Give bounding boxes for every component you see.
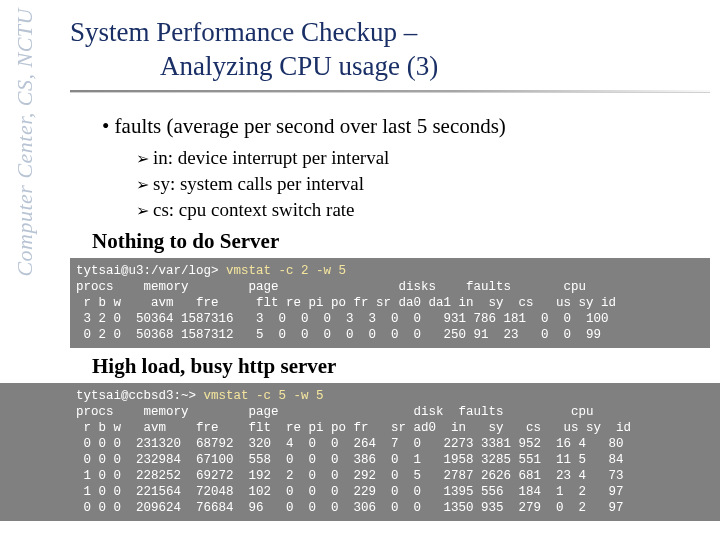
subbullet-in: in: device interrupt per interval xyxy=(136,147,710,169)
slide: Computer Center, CS, NCTU 7 System Perfo… xyxy=(0,0,720,540)
slide-content: System Performance Checkup – Analyzing C… xyxy=(70,16,710,521)
slide-title: System Performance Checkup – Analyzing C… xyxy=(70,16,710,84)
subbullet-cs: cs: cpu context switch rate xyxy=(136,199,710,221)
term1-prompt: tytsai@u3:/var/log> xyxy=(76,264,226,278)
title-underline xyxy=(70,90,710,92)
bullet-faults: faults (average per second over last 5 s… xyxy=(102,114,710,139)
section2-heading: High load, busy http server xyxy=(92,354,710,379)
sidebar-org-text: Computer Center, CS, NCTU xyxy=(12,8,38,277)
term1-output: procs memory page disks faults cpu r b w… xyxy=(76,280,616,342)
term2-output: procs memory page disk faults cpu r b w … xyxy=(76,405,631,515)
subbullet-sy: sy: system calls per interval xyxy=(136,173,710,195)
term2-prompt: tytsai@ccbsd3:~> xyxy=(76,389,204,403)
bullet-list: faults (average per second over last 5 s… xyxy=(70,114,710,221)
term1-command: vmstat -c 2 -w 5 xyxy=(226,264,346,278)
term2-command: vmstat -c 5 -w 5 xyxy=(204,389,324,403)
title-line-2: Analyzing CPU usage (3) xyxy=(70,50,710,84)
title-line-1: System Performance Checkup – xyxy=(70,16,710,50)
section1-heading: Nothing to do Server xyxy=(92,229,710,254)
terminal-block-2: tytsai@ccbsd3:~> vmstat -c 5 -w 5 procs … xyxy=(0,383,720,521)
terminal-block-1: tytsai@u3:/var/log> vmstat -c 2 -w 5 pro… xyxy=(70,258,710,348)
